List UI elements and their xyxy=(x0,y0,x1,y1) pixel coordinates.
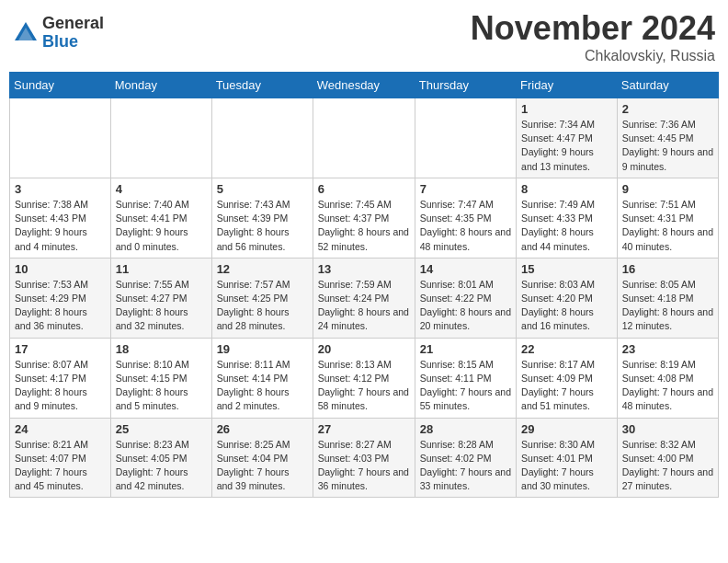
day-info: Sunrise: 7:57 AMSunset: 4:25 PMDaylight:… xyxy=(217,278,308,334)
day-of-week-header: Wednesday xyxy=(313,73,415,98)
day-number: 4 xyxy=(116,182,207,196)
day-number: 26 xyxy=(217,422,308,436)
day-info: Sunrise: 8:01 AMSunset: 4:22 PMDaylight:… xyxy=(420,278,511,334)
day-of-week-header: Sunday xyxy=(10,73,111,98)
day-info: Sunrise: 8:07 AMSunset: 4:17 PMDaylight:… xyxy=(15,358,106,414)
title-section: November 2024 Chkalovskiy, Russia xyxy=(471,9,715,64)
calendar-cell xyxy=(10,98,111,178)
calendar-cell: 29Sunrise: 8:30 AMSunset: 4:01 PMDayligh… xyxy=(517,418,618,498)
calendar-week-row: 3Sunrise: 7:38 AMSunset: 4:43 PMDaylight… xyxy=(10,178,719,258)
day-info: Sunrise: 8:11 AMSunset: 4:14 PMDaylight:… xyxy=(217,358,308,414)
day-info: Sunrise: 7:55 AMSunset: 4:27 PMDaylight:… xyxy=(116,278,207,334)
day-number: 21 xyxy=(420,342,511,356)
calendar-cell: 2Sunrise: 7:36 AMSunset: 4:45 PMDaylight… xyxy=(617,98,718,178)
calendar-cell: 5Sunrise: 7:43 AMSunset: 4:39 PMDaylight… xyxy=(211,178,313,258)
day-info: Sunrise: 8:28 AMSunset: 4:02 PMDaylight:… xyxy=(420,438,511,494)
calendar-table: SundayMondayTuesdayWednesdayThursdayFrid… xyxy=(9,72,719,498)
day-info: Sunrise: 7:40 AMSunset: 4:41 PMDaylight:… xyxy=(116,198,207,254)
calendar-cell: 17Sunrise: 8:07 AMSunset: 4:17 PMDayligh… xyxy=(10,338,111,418)
calendar-cell: 15Sunrise: 8:03 AMSunset: 4:20 PMDayligh… xyxy=(517,258,618,338)
logo-blue-text: Blue xyxy=(42,33,104,52)
calendar-cell: 10Sunrise: 7:53 AMSunset: 4:29 PMDayligh… xyxy=(10,258,111,338)
calendar-week-row: 1Sunrise: 7:34 AMSunset: 4:47 PMDaylight… xyxy=(10,98,719,178)
calendar-cell: 8Sunrise: 7:49 AMSunset: 4:33 PMDaylight… xyxy=(517,178,618,258)
day-of-week-header: Monday xyxy=(110,73,211,98)
header: General Blue November 2024 Chkalovskiy, … xyxy=(9,9,719,64)
day-number: 15 xyxy=(521,262,612,276)
day-number: 19 xyxy=(217,342,308,356)
day-number: 20 xyxy=(318,342,410,356)
day-info: Sunrise: 7:47 AMSunset: 4:35 PMDaylight:… xyxy=(420,198,511,254)
calendar-week-row: 24Sunrise: 8:21 AMSunset: 4:07 PMDayligh… xyxy=(10,418,719,498)
calendar-cell: 4Sunrise: 7:40 AMSunset: 4:41 PMDaylight… xyxy=(110,178,211,258)
day-number: 25 xyxy=(116,422,207,436)
calendar-cell xyxy=(415,98,516,178)
logo-icon xyxy=(13,20,39,46)
day-number: 29 xyxy=(521,422,612,436)
calendar-cell: 12Sunrise: 7:57 AMSunset: 4:25 PMDayligh… xyxy=(211,258,313,338)
calendar-cell: 30Sunrise: 8:32 AMSunset: 4:00 PMDayligh… xyxy=(617,418,718,498)
day-info: Sunrise: 8:32 AMSunset: 4:00 PMDaylight:… xyxy=(622,438,713,494)
calendar-cell: 11Sunrise: 7:55 AMSunset: 4:27 PMDayligh… xyxy=(110,258,211,338)
calendar-cell: 16Sunrise: 8:05 AMSunset: 4:18 PMDayligh… xyxy=(617,258,718,338)
day-of-week-header: Saturday xyxy=(617,73,718,98)
day-info: Sunrise: 8:13 AMSunset: 4:12 PMDaylight:… xyxy=(318,358,410,414)
calendar-cell: 19Sunrise: 8:11 AMSunset: 4:14 PMDayligh… xyxy=(211,338,313,418)
day-info: Sunrise: 8:30 AMSunset: 4:01 PMDaylight:… xyxy=(521,438,612,494)
day-of-week-header: Thursday xyxy=(415,73,516,98)
day-info: Sunrise: 8:03 AMSunset: 4:20 PMDaylight:… xyxy=(521,278,612,334)
calendar-cell: 3Sunrise: 7:38 AMSunset: 4:43 PMDaylight… xyxy=(10,178,111,258)
day-number: 1 xyxy=(521,102,612,116)
day-number: 2 xyxy=(622,102,713,116)
day-number: 5 xyxy=(217,182,308,196)
calendar-cell xyxy=(110,98,211,178)
calendar-cell: 28Sunrise: 8:28 AMSunset: 4:02 PMDayligh… xyxy=(415,418,516,498)
calendar-cell xyxy=(211,98,313,178)
day-number: 16 xyxy=(622,262,713,276)
day-number: 7 xyxy=(420,182,511,196)
day-info: Sunrise: 8:23 AMSunset: 4:05 PMDaylight:… xyxy=(116,438,207,494)
calendar-cell: 9Sunrise: 7:51 AMSunset: 4:31 PMDaylight… xyxy=(617,178,718,258)
calendar-cell xyxy=(313,98,415,178)
calendar-cell: 24Sunrise: 8:21 AMSunset: 4:07 PMDayligh… xyxy=(10,418,111,498)
day-info: Sunrise: 7:36 AMSunset: 4:45 PMDaylight:… xyxy=(622,118,713,174)
day-number: 18 xyxy=(116,342,207,356)
calendar-cell: 6Sunrise: 7:45 AMSunset: 4:37 PMDaylight… xyxy=(313,178,415,258)
calendar-cell: 20Sunrise: 8:13 AMSunset: 4:12 PMDayligh… xyxy=(313,338,415,418)
day-number: 6 xyxy=(318,182,410,196)
day-info: Sunrise: 8:25 AMSunset: 4:04 PMDaylight:… xyxy=(217,438,308,494)
day-info: Sunrise: 8:05 AMSunset: 4:18 PMDaylight:… xyxy=(622,278,713,334)
calendar-cell: 27Sunrise: 8:27 AMSunset: 4:03 PMDayligh… xyxy=(313,418,415,498)
calendar-cell: 22Sunrise: 8:17 AMSunset: 4:09 PMDayligh… xyxy=(517,338,618,418)
logo-general-text: General xyxy=(42,15,104,33)
day-number: 12 xyxy=(217,262,308,276)
calendar-week-row: 17Sunrise: 8:07 AMSunset: 4:17 PMDayligh… xyxy=(10,338,719,418)
day-number: 3 xyxy=(15,182,106,196)
day-of-week-header: Friday xyxy=(517,73,618,98)
day-of-week-header: Tuesday xyxy=(211,73,313,98)
calendar-week-row: 10Sunrise: 7:53 AMSunset: 4:29 PMDayligh… xyxy=(10,258,719,338)
day-number: 27 xyxy=(318,422,410,436)
day-info: Sunrise: 7:49 AMSunset: 4:33 PMDaylight:… xyxy=(521,198,612,254)
day-info: Sunrise: 7:53 AMSunset: 4:29 PMDaylight:… xyxy=(15,278,106,334)
location: Chkalovskiy, Russia xyxy=(471,48,715,64)
calendar-cell: 1Sunrise: 7:34 AMSunset: 4:47 PMDaylight… xyxy=(517,98,618,178)
calendar-cell: 25Sunrise: 8:23 AMSunset: 4:05 PMDayligh… xyxy=(110,418,211,498)
day-info: Sunrise: 8:27 AMSunset: 4:03 PMDaylight:… xyxy=(318,438,410,494)
day-info: Sunrise: 7:38 AMSunset: 4:43 PMDaylight:… xyxy=(15,198,106,254)
day-info: Sunrise: 7:34 AMSunset: 4:47 PMDaylight:… xyxy=(521,118,612,174)
calendar-cell: 7Sunrise: 7:47 AMSunset: 4:35 PMDaylight… xyxy=(415,178,516,258)
day-info: Sunrise: 8:15 AMSunset: 4:11 PMDaylight:… xyxy=(420,358,511,414)
day-info: Sunrise: 8:17 AMSunset: 4:09 PMDaylight:… xyxy=(521,358,612,414)
day-number: 22 xyxy=(521,342,612,356)
calendar-header-row: SundayMondayTuesdayWednesdayThursdayFrid… xyxy=(10,73,719,98)
day-number: 11 xyxy=(116,262,207,276)
calendar-cell: 13Sunrise: 7:59 AMSunset: 4:24 PMDayligh… xyxy=(313,258,415,338)
day-number: 8 xyxy=(521,182,612,196)
day-number: 28 xyxy=(420,422,511,436)
day-number: 13 xyxy=(318,262,410,276)
calendar-cell: 26Sunrise: 8:25 AMSunset: 4:04 PMDayligh… xyxy=(211,418,313,498)
day-info: Sunrise: 7:45 AMSunset: 4:37 PMDaylight:… xyxy=(318,198,410,254)
day-number: 24 xyxy=(15,422,106,436)
day-info: Sunrise: 7:43 AMSunset: 4:39 PMDaylight:… xyxy=(217,198,308,254)
